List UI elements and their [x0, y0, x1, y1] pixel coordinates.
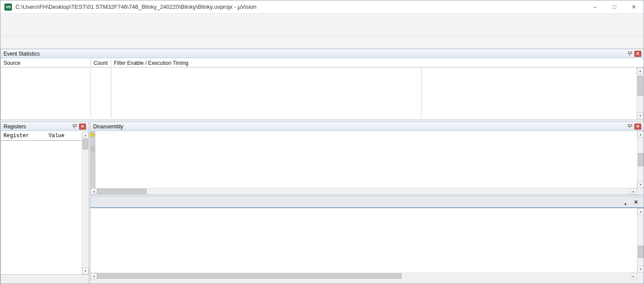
editor-hscrollbar[interactable] — [90, 273, 637, 279]
scro ll-left-icon[interactable] — [90, 273, 97, 279]
pin-icon[interactable] — [72, 124, 77, 129]
current-instruction-arrow-icon — [91, 133, 95, 137]
event-statistics-rows — [1, 67, 636, 120]
event-statistics-titlebar: Event Statistics — [1, 49, 644, 58]
column-filter[interactable]: Filter Enable / Execution Timing — [114, 58, 188, 67]
scrollbar-thumb[interactable] — [83, 139, 88, 149]
editor-tab-bar — [90, 196, 644, 208]
tab-list-dropdown-icon[interactable] — [624, 199, 627, 207]
scroll-down-icon[interactable] — [637, 266, 644, 273]
minimize-button[interactable] — [585, 0, 605, 13]
registers-header: Register Value — [1, 131, 82, 141]
pin-icon[interactable] — [628, 51, 632, 56]
registers-vscrollbar[interactable] — [82, 132, 89, 274]
menu-bar — [0, 14, 644, 24]
scroll-right-icon[interactable] — [630, 188, 637, 194]
scrollbar-thumb[interactable] — [637, 76, 643, 96]
disassembly-panel: Disassembly — [90, 122, 644, 195]
event-statistics-header: Source Count Filter Enable / Execution T… — [1, 58, 644, 67]
scroll-up-icon[interactable] — [637, 67, 644, 74]
registers-rows — [1, 141, 82, 274]
disassembly-source-marker — [90, 146, 95, 153]
pin-icon[interactable] — [628, 124, 632, 129]
disassembly-vscrollbar[interactable] — [637, 131, 644, 188]
registers-title: Registers — [4, 123, 26, 130]
workspace-tabs — [1, 274, 89, 284]
window-title: C:\Users\FH\Desktop\TEST\01 STM32F746\74… — [15, 4, 256, 10]
scrollbar-corner — [637, 188, 644, 194]
column-source[interactable]: Source — [4, 58, 20, 67]
file-toolbar — [0, 24, 644, 37]
title-bar: V5 C:\Users\FH\Desktop\TEST\01 STM32F746… — [0, 0, 644, 14]
scroll-up-icon[interactable] — [637, 208, 644, 215]
app-icon: V5 — [4, 4, 12, 11]
disassembly-hscrollbar[interactable] — [90, 188, 637, 194]
close-panel-icon[interactable] — [634, 51, 641, 57]
registers-panel: Registers Register Value — [0, 122, 89, 284]
editor-vscrollbar[interactable] — [637, 208, 644, 273]
scrollbar-thumb[interactable] — [97, 273, 402, 279]
event-statistics-vscrollbar[interactable] — [636, 67, 644, 119]
disassembly-gutter[interactable] — [90, 131, 95, 188]
source-code-area[interactable] — [90, 208, 637, 273]
disassembly-titlebar: Disassembly — [90, 122, 644, 131]
event-statistics-title: Event Statistics — [4, 51, 40, 57]
scroll-down-icon[interactable] — [637, 112, 644, 119]
scroll-up-icon[interactable] — [637, 131, 644, 138]
column-value[interactable]: Value — [49, 133, 64, 139]
scroll-down-icon[interactable] — [637, 181, 644, 188]
disassembly-title: Disassembly — [93, 123, 123, 130]
close-button[interactable] — [624, 0, 644, 13]
scroll-down-icon[interactable] — [82, 268, 89, 274]
event-statistics-panel: Event Statistics Source Count Filter Ena… — [0, 49, 644, 120]
close-panel-icon[interactable] — [79, 123, 86, 130]
editor-panel — [90, 196, 644, 284]
scroll-left-icon[interactable] — [90, 188, 97, 194]
column-register[interactable]: Register — [1, 133, 49, 139]
uvision-window: V5 C:\Users\FH\Desktop\TEST\01 STM32F746… — [0, 0, 644, 284]
scrollbar-thumb[interactable] — [97, 189, 147, 194]
debug-toolbar — [0, 37, 644, 49]
scrollbar-thumb[interactable] — [638, 153, 644, 166]
close-panel-icon[interactable] — [634, 123, 641, 130]
scrollbar-thumb[interactable] — [638, 246, 644, 258]
registers-titlebar: Registers — [1, 122, 89, 131]
window-controls — [585, 0, 644, 13]
scroll-up-icon[interactable] — [82, 132, 89, 138]
close-document-icon[interactable] — [634, 198, 638, 206]
maximize-button[interactable] — [605, 0, 624, 13]
editor-bottom-strip — [90, 279, 644, 284]
scroll-right-icon[interactable] — [630, 273, 637, 279]
column-count[interactable]: Count — [94, 58, 108, 67]
scrollbar-corner — [637, 273, 644, 279]
